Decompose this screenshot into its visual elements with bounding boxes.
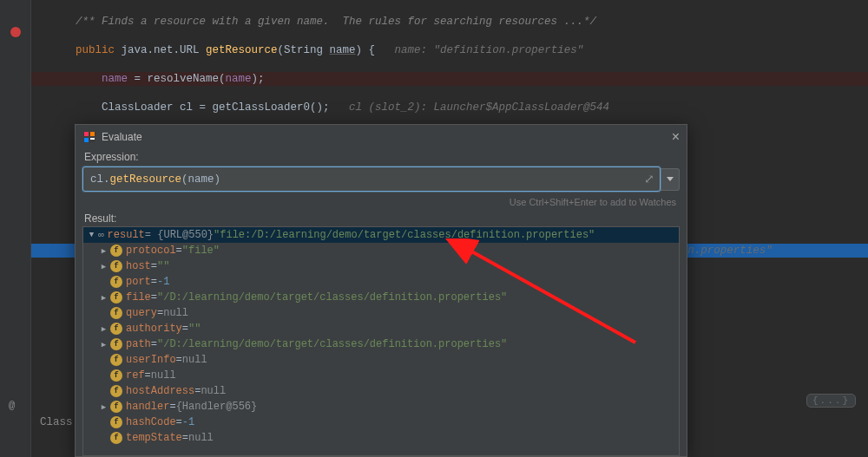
field-value: null (182, 354, 207, 366)
history-dropdown-button[interactable] (661, 168, 680, 191)
field-name: handler (126, 401, 169, 413)
field-row[interactable]: fhostAddress = null (83, 383, 679, 399)
code-line: public java.net.URL getResource(String n… (31, 43, 868, 58)
field-row[interactable]: fprotocol = "file" (83, 243, 679, 258)
field-name: authority (126, 323, 182, 335)
field-row[interactable]: fquery = null (83, 305, 679, 321)
watches-hint: Use Ctrl+Shift+Enter to add to Watches (76, 193, 687, 212)
field-row[interactable]: fhashCode = -1 (83, 415, 679, 430)
field-name: hashCode (126, 416, 176, 428)
field-icon: f (110, 338, 122, 350)
field-name: ref (126, 369, 145, 382)
field-icon: f (110, 245, 122, 257)
field-row[interactable]: fpath = "/D:/learning/demo/target/classe… (83, 336, 679, 352)
field-name: file (126, 291, 151, 304)
field-icon: f (110, 354, 122, 366)
field-row[interactable]: ftempState = null (83, 430, 679, 446)
field-icon: f (110, 260, 122, 272)
field-value: "" (157, 260, 169, 272)
field-value: "file" (182, 245, 220, 257)
field-icon: f (110, 385, 122, 397)
chevron-right-icon[interactable] (99, 324, 108, 334)
field-value: null (188, 432, 214, 444)
object-icon: ∞ (98, 230, 104, 240)
editor-gutter: @ (0, 0, 31, 457)
field-name: query (126, 307, 157, 319)
result-root-row[interactable]: ∞ result = {URL@550} "file:/D:/learning/… (83, 227, 679, 243)
expression-input[interactable]: cl.getResource(name) ⤢ (82, 166, 661, 192)
field-value: "" (188, 323, 201, 335)
field-name: hostAddress (126, 385, 194, 397)
result-label: Result: (76, 212, 687, 226)
field-value: -1 (157, 276, 169, 288)
field-icon: f (110, 291, 122, 304)
close-icon[interactable]: × (672, 130, 680, 144)
code-line: /** Finds a resource with a given name. … (31, 15, 868, 29)
chevron-right-icon[interactable] (99, 262, 108, 271)
breakpoint-icon[interactable] (9, 25, 23, 39)
field-value: null (163, 307, 188, 319)
field-value: null (151, 369, 176, 382)
field-name: path (126, 338, 151, 350)
field-name: tempState (126, 432, 182, 444)
field-value: {Handler@556} (176, 401, 258, 413)
field-row[interactable]: fport = -1 (83, 274, 679, 290)
field-row[interactable]: fhandler = {Handler@556} (83, 399, 679, 415)
field-icon: f (110, 416, 122, 428)
field-icon: f (110, 276, 122, 288)
svg-rect-4 (90, 138, 95, 140)
field-row[interactable]: ffile = "/D:/learning/demo/target/classe… (83, 290, 679, 305)
result-tree[interactable]: ∞ result = {URL@550} "file:/D:/learning/… (82, 226, 680, 456)
code-line: ClassLoader cl = getClassLoader0(); cl (… (31, 101, 868, 115)
class-label: Class (40, 416, 73, 428)
fold-indicator[interactable]: {...} (806, 394, 856, 408)
field-row[interactable]: fuserInfo = null (83, 352, 679, 368)
field-icon: f (110, 401, 122, 413)
chevron-right-icon[interactable] (99, 293, 108, 303)
field-row[interactable]: fref = null (83, 368, 679, 383)
field-row[interactable]: fauthority = "" (83, 321, 679, 336)
field-icon: f (110, 369, 122, 382)
field-name: host (126, 260, 151, 272)
svg-rect-2 (90, 132, 95, 136)
field-name: userInfo (126, 354, 176, 366)
dialog-titlebar[interactable]: Evaluate × (76, 125, 687, 147)
code-line-breakpoint: name = resolveName(name); (31, 72, 868, 87)
field-name: port (126, 276, 151, 288)
annotation-icon: @ (9, 400, 15, 412)
chevron-down-icon[interactable] (87, 231, 96, 239)
field-value: "/D:/learning/demo/target/classes/defini… (157, 291, 507, 304)
evaluate-dialog: Evaluate × Expression: cl.getResource(na… (75, 124, 687, 457)
field-row[interactable]: fhost = "" (83, 258, 679, 274)
field-icon: f (110, 432, 122, 444)
intellij-icon (82, 130, 96, 144)
field-name: protocol (126, 245, 176, 257)
dialog-title: Evaluate (102, 131, 142, 143)
chevron-right-icon[interactable] (99, 246, 108, 256)
field-value: null (201, 385, 226, 397)
svg-rect-3 (84, 138, 89, 142)
field-icon: f (110, 323, 122, 335)
field-value: -1 (182, 416, 194, 428)
chevron-right-icon[interactable] (99, 402, 108, 412)
svg-rect-1 (84, 132, 89, 136)
expand-icon[interactable]: ⤢ (644, 172, 653, 186)
field-value: "/D:/learning/demo/target/classes/defini… (157, 338, 507, 350)
field-icon: f (110, 307, 122, 319)
chevron-right-icon[interactable] (99, 340, 108, 349)
expression-label: Expression: (76, 147, 687, 165)
